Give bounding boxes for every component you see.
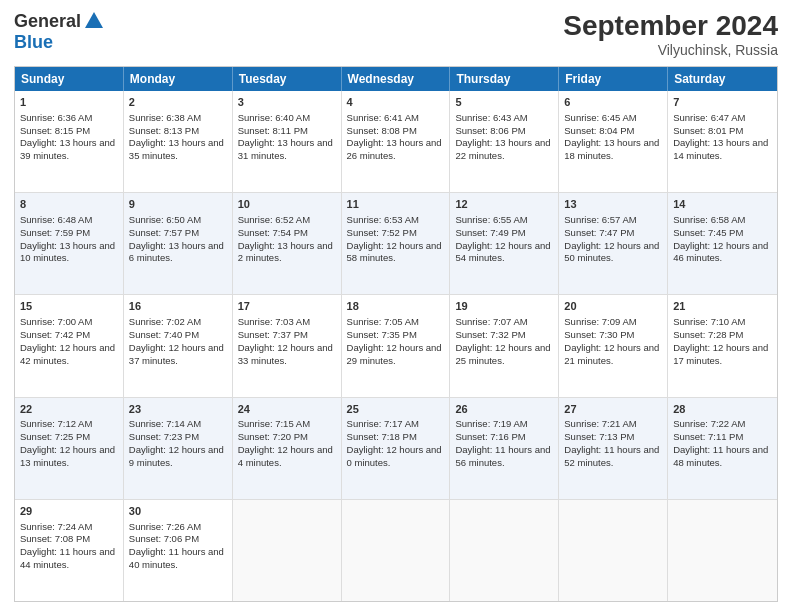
day-number: 19 <box>455 299 553 314</box>
daylight-label: Daylight: 12 hours and 46 minutes. <box>673 240 768 264</box>
daylight-label: Daylight: 12 hours and 4 minutes. <box>238 444 333 468</box>
sunrise-text: Sunrise: 7:26 AM <box>129 521 201 532</box>
day-number: 10 <box>238 197 336 212</box>
day-number: 17 <box>238 299 336 314</box>
sunset-text: Sunset: 7:20 PM <box>238 431 308 442</box>
day-number: 18 <box>347 299 445 314</box>
sunset-text: Sunset: 7:30 PM <box>564 329 634 340</box>
cal-cell-empty <box>342 500 451 601</box>
sunset-text: Sunset: 7:59 PM <box>20 227 90 238</box>
cal-cell-day-20: 20Sunrise: 7:09 AMSunset: 7:30 PMDayligh… <box>559 295 668 396</box>
day-number: 25 <box>347 402 445 417</box>
day-number: 29 <box>20 504 118 519</box>
day-number: 7 <box>673 95 772 110</box>
sunrise-text: Sunrise: 6:53 AM <box>347 214 419 225</box>
sunrise-text: Sunrise: 7:10 AM <box>673 316 745 327</box>
sunset-text: Sunset: 7:40 PM <box>129 329 199 340</box>
daylight-label: Daylight: 13 hours and 14 minutes. <box>673 137 768 161</box>
cal-cell-day-2: 2Sunrise: 6:38 AMSunset: 8:13 PMDaylight… <box>124 91 233 192</box>
sunset-text: Sunset: 7:45 PM <box>673 227 743 238</box>
sunset-text: Sunset: 7:52 PM <box>347 227 417 238</box>
cal-cell-day-24: 24Sunrise: 7:15 AMSunset: 7:20 PMDayligh… <box>233 398 342 499</box>
day-number: 16 <box>129 299 227 314</box>
sunrise-text: Sunrise: 6:52 AM <box>238 214 310 225</box>
sunrise-text: Sunrise: 7:05 AM <box>347 316 419 327</box>
title-block: September 2024 Vilyuchinsk, Russia <box>563 10 778 58</box>
daylight-label: Daylight: 12 hours and 9 minutes. <box>129 444 224 468</box>
day-number: 1 <box>20 95 118 110</box>
cal-cell-day-14: 14Sunrise: 6:58 AMSunset: 7:45 PMDayligh… <box>668 193 777 294</box>
month-title: September 2024 <box>563 10 778 42</box>
sunrise-text: Sunrise: 6:45 AM <box>564 112 636 123</box>
day-number: 24 <box>238 402 336 417</box>
day-number: 26 <box>455 402 553 417</box>
cal-cell-day-26: 26Sunrise: 7:19 AMSunset: 7:16 PMDayligh… <box>450 398 559 499</box>
cal-header-thursday: Thursday <box>450 67 559 91</box>
cal-cell-day-29: 29Sunrise: 7:24 AMSunset: 7:08 PMDayligh… <box>15 500 124 601</box>
cal-cell-empty <box>450 500 559 601</box>
daylight-label: Daylight: 12 hours and 33 minutes. <box>238 342 333 366</box>
cal-cell-day-17: 17Sunrise: 7:03 AMSunset: 7:37 PMDayligh… <box>233 295 342 396</box>
sunset-text: Sunset: 7:54 PM <box>238 227 308 238</box>
cal-cell-day-27: 27Sunrise: 7:21 AMSunset: 7:13 PMDayligh… <box>559 398 668 499</box>
daylight-label: Daylight: 12 hours and 58 minutes. <box>347 240 442 264</box>
day-number: 13 <box>564 197 662 212</box>
sunset-text: Sunset: 8:06 PM <box>455 125 525 136</box>
day-number: 12 <box>455 197 553 212</box>
sunrise-text: Sunrise: 7:22 AM <box>673 418 745 429</box>
page: General Blue September 2024 Vilyuchinsk,… <box>0 0 792 612</box>
sunrise-text: Sunrise: 6:55 AM <box>455 214 527 225</box>
cal-cell-day-22: 22Sunrise: 7:12 AMSunset: 7:25 PMDayligh… <box>15 398 124 499</box>
cal-cell-day-8: 8Sunrise: 6:48 AMSunset: 7:59 PMDaylight… <box>15 193 124 294</box>
sunrise-text: Sunrise: 6:43 AM <box>455 112 527 123</box>
sunrise-text: Sunrise: 6:47 AM <box>673 112 745 123</box>
cal-header-wednesday: Wednesday <box>342 67 451 91</box>
daylight-label: Daylight: 13 hours and 10 minutes. <box>20 240 115 264</box>
sunrise-text: Sunrise: 7:19 AM <box>455 418 527 429</box>
sunset-text: Sunset: 8:08 PM <box>347 125 417 136</box>
cal-header-monday: Monday <box>124 67 233 91</box>
cal-cell-day-28: 28Sunrise: 7:22 AMSunset: 7:11 PMDayligh… <box>668 398 777 499</box>
cal-cell-day-21: 21Sunrise: 7:10 AMSunset: 7:28 PMDayligh… <box>668 295 777 396</box>
sunset-text: Sunset: 7:16 PM <box>455 431 525 442</box>
sunrise-text: Sunrise: 7:15 AM <box>238 418 310 429</box>
day-number: 21 <box>673 299 772 314</box>
location: Vilyuchinsk, Russia <box>563 42 778 58</box>
cal-cell-day-4: 4Sunrise: 6:41 AMSunset: 8:08 PMDaylight… <box>342 91 451 192</box>
calendar-body: 1Sunrise: 6:36 AMSunset: 8:15 PMDaylight… <box>15 91 777 601</box>
sunset-text: Sunset: 7:37 PM <box>238 329 308 340</box>
calendar: SundayMondayTuesdayWednesdayThursdayFrid… <box>14 66 778 602</box>
sunrise-text: Sunrise: 6:48 AM <box>20 214 92 225</box>
day-number: 6 <box>564 95 662 110</box>
sunset-text: Sunset: 8:15 PM <box>20 125 90 136</box>
day-number: 23 <box>129 402 227 417</box>
day-number: 5 <box>455 95 553 110</box>
cal-cell-day-19: 19Sunrise: 7:07 AMSunset: 7:32 PMDayligh… <box>450 295 559 396</box>
cal-header-tuesday: Tuesday <box>233 67 342 91</box>
sunset-text: Sunset: 7:42 PM <box>20 329 90 340</box>
daylight-label: Daylight: 11 hours and 56 minutes. <box>455 444 550 468</box>
cal-row-4: 29Sunrise: 7:24 AMSunset: 7:08 PMDayligh… <box>15 499 777 601</box>
sunset-text: Sunset: 8:11 PM <box>238 125 308 136</box>
sunrise-text: Sunrise: 6:57 AM <box>564 214 636 225</box>
day-number: 8 <box>20 197 118 212</box>
sunrise-text: Sunrise: 6:36 AM <box>20 112 92 123</box>
daylight-label: Daylight: 13 hours and 35 minutes. <box>129 137 224 161</box>
sunset-text: Sunset: 8:04 PM <box>564 125 634 136</box>
sunrise-text: Sunrise: 6:38 AM <box>129 112 201 123</box>
cal-header-friday: Friday <box>559 67 668 91</box>
sunrise-text: Sunrise: 7:17 AM <box>347 418 419 429</box>
daylight-label: Daylight: 13 hours and 22 minutes. <box>455 137 550 161</box>
daylight-label: Daylight: 13 hours and 31 minutes. <box>238 137 333 161</box>
day-number: 28 <box>673 402 772 417</box>
cal-cell-day-12: 12Sunrise: 6:55 AMSunset: 7:49 PMDayligh… <box>450 193 559 294</box>
day-number: 20 <box>564 299 662 314</box>
daylight-label: Daylight: 13 hours and 18 minutes. <box>564 137 659 161</box>
sunset-text: Sunset: 7:32 PM <box>455 329 525 340</box>
cal-row-0: 1Sunrise: 6:36 AMSunset: 8:15 PMDaylight… <box>15 91 777 192</box>
logo-icon <box>83 10 105 32</box>
cal-cell-day-18: 18Sunrise: 7:05 AMSunset: 7:35 PMDayligh… <box>342 295 451 396</box>
day-number: 15 <box>20 299 118 314</box>
sunset-text: Sunset: 7:35 PM <box>347 329 417 340</box>
cal-cell-day-3: 3Sunrise: 6:40 AMSunset: 8:11 PMDaylight… <box>233 91 342 192</box>
